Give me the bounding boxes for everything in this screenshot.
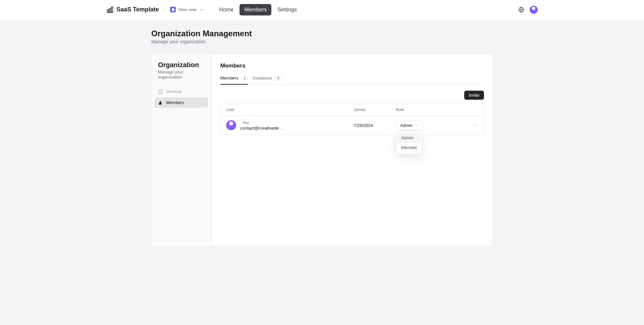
building-icon [158, 89, 163, 94]
nav-home[interactable]: Home [215, 4, 238, 15]
dropdown-item-member[interactable]: Member [398, 143, 421, 152]
svg-rect-2 [111, 7, 113, 12]
svg-point-12 [476, 125, 477, 126]
tab-badge: 1 [241, 75, 248, 81]
you-badge: You [240, 120, 251, 125]
org-selector[interactable]: New new [170, 7, 204, 12]
chevron-down-icon [415, 123, 419, 127]
org-name: New new [178, 7, 196, 12]
header-user: User [226, 107, 354, 112]
svg-rect-1 [109, 8, 111, 12]
nav-members[interactable]: Members [239, 4, 271, 15]
more-horizontal-icon [472, 123, 478, 128]
user-icon [158, 100, 163, 105]
dropdown-item-admin[interactable]: Admin [398, 133, 421, 143]
sidebar-item-label: General [166, 89, 181, 94]
svg-point-11 [475, 125, 475, 126]
page-title: Organization Management [151, 29, 493, 38]
svg-point-10 [473, 125, 474, 126]
svg-rect-0 [107, 10, 109, 12]
svg-point-9 [160, 101, 161, 103]
role-value: Admin [400, 123, 413, 128]
joined-date: 7/29/2024 [354, 123, 373, 128]
table-row: You contact@creativedesig… 7/29/2024 Adm… [221, 116, 484, 135]
tab-invitations[interactable]: Invitations 0 [253, 75, 282, 84]
role-dropdown[interactable]: Admin Admin Member [396, 121, 424, 130]
globe-icon[interactable] [518, 7, 524, 13]
breadcrumb-separator: / [164, 6, 166, 13]
tab-label: Members [220, 76, 238, 81]
more-button[interactable] [472, 122, 478, 129]
header-role: Role [396, 107, 456, 112]
logo[interactable]: SaaS Template [106, 6, 159, 13]
svg-rect-3 [172, 8, 174, 11]
user-email: contact@creativedesig… [240, 126, 284, 131]
sidebar-item-label: Members [166, 100, 184, 105]
sidebar-subtitle: Manage your organization. [158, 69, 205, 80]
sidebar-item-members[interactable]: Members [155, 97, 208, 108]
logo-text: SaaS Template [116, 6, 159, 13]
member-avatar [226, 120, 236, 130]
sidebar-title: Organization [158, 61, 205, 69]
sidebar-item-general[interactable]: General [155, 86, 208, 97]
building-icon [170, 7, 176, 12]
invite-button[interactable]: Invite [464, 91, 484, 100]
nav-settings[interactable]: Settings [273, 4, 302, 15]
chevron-down-icon [199, 7, 204, 12]
svg-rect-6 [159, 90, 162, 94]
header-joined: Joined [354, 107, 396, 112]
tab-members[interactable]: Members 1 [220, 75, 248, 85]
page-subtitle: Manage your organization [151, 39, 493, 44]
tab-badge: 0 [275, 76, 282, 81]
user-avatar[interactable] [530, 6, 538, 14]
role-dropdown-menu: Admin Member [396, 131, 422, 154]
content-title: Members [220, 62, 484, 69]
chart-icon [106, 6, 114, 13]
tab-label: Invitations [253, 76, 272, 81]
